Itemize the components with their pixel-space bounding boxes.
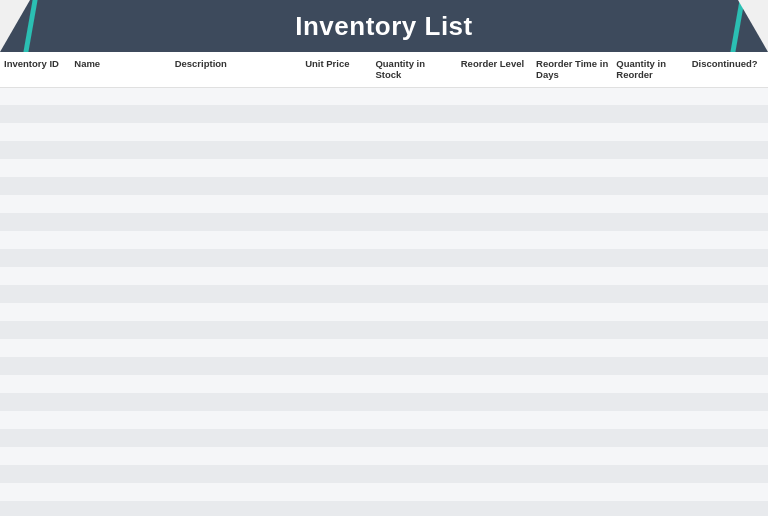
table-cell <box>688 249 768 267</box>
table-cell <box>612 321 687 339</box>
col-header-discontinued: Discontinued? <box>688 52 768 87</box>
table-cell <box>0 267 70 285</box>
table-cell <box>0 105 70 123</box>
table-cell <box>532 339 612 357</box>
table-cell <box>171 141 302 159</box>
table-cell <box>0 483 70 501</box>
table-cell <box>171 339 302 357</box>
table-cell <box>70 375 170 393</box>
table-cell <box>612 231 687 249</box>
table-cell <box>532 123 612 141</box>
table-cell <box>171 267 302 285</box>
table-cell <box>612 141 687 159</box>
table-row <box>0 501 768 516</box>
table-row <box>0 141 768 159</box>
table-cell <box>171 177 302 195</box>
table-cell <box>70 447 170 465</box>
table-row <box>0 105 768 123</box>
table-cell <box>301 321 371 339</box>
table-row <box>0 213 768 231</box>
table-cell <box>371 429 456 447</box>
table-cell <box>70 249 170 267</box>
table-row <box>0 87 768 105</box>
table-cell <box>70 159 170 177</box>
table-cell <box>532 285 612 303</box>
table-cell <box>371 141 456 159</box>
table-row <box>0 303 768 321</box>
col-header-unit-price: Unit Price <box>301 52 371 87</box>
table-cell <box>0 87 70 105</box>
table-cell <box>171 393 302 411</box>
header-accent-left <box>23 0 37 52</box>
table-cell <box>532 87 612 105</box>
table-cell <box>0 339 70 357</box>
table-cell <box>612 465 687 483</box>
table-cell <box>457 501 532 516</box>
table-cell <box>171 105 302 123</box>
table-cell <box>371 321 456 339</box>
table-cell <box>70 411 170 429</box>
col-header-reorder-time: Reorder Time in Days <box>532 52 612 87</box>
table-cell <box>301 249 371 267</box>
table-cell <box>371 285 456 303</box>
table-cell <box>171 285 302 303</box>
table-cell <box>301 501 371 516</box>
table-cell <box>457 285 532 303</box>
table-cell <box>457 339 532 357</box>
table-cell <box>0 357 70 375</box>
table-cell <box>0 177 70 195</box>
table-cell <box>457 447 532 465</box>
table-row <box>0 483 768 501</box>
table-cell <box>371 339 456 357</box>
table-cell <box>612 105 687 123</box>
table-cell <box>688 411 768 429</box>
table-cell <box>457 375 532 393</box>
table-cell <box>70 339 170 357</box>
table-cell <box>171 357 302 375</box>
table-row <box>0 321 768 339</box>
table-row <box>0 267 768 285</box>
table-cell <box>171 465 302 483</box>
table-cell <box>70 195 170 213</box>
table-cell <box>301 411 371 429</box>
table-cell <box>171 231 302 249</box>
table-cell <box>532 411 612 429</box>
table-cell <box>70 213 170 231</box>
table-cell <box>301 375 371 393</box>
page-header: Inventory List <box>0 0 768 52</box>
table-cell <box>171 429 302 447</box>
table-cell <box>457 321 532 339</box>
table-cell <box>457 429 532 447</box>
table-cell <box>688 231 768 249</box>
table-cell <box>0 213 70 231</box>
table-cell <box>301 177 371 195</box>
table-cell <box>301 393 371 411</box>
table-cell <box>457 177 532 195</box>
col-header-description: Description <box>171 52 302 87</box>
table-row <box>0 339 768 357</box>
table-row <box>0 465 768 483</box>
table-cell <box>688 285 768 303</box>
table-cell <box>301 429 371 447</box>
table-cell <box>171 159 302 177</box>
table-cell <box>301 159 371 177</box>
table-cell <box>688 393 768 411</box>
table-cell <box>688 303 768 321</box>
table-cell <box>70 123 170 141</box>
table-cell <box>612 195 687 213</box>
table-cell <box>371 483 456 501</box>
table-cell <box>688 159 768 177</box>
table-row <box>0 285 768 303</box>
table-cell <box>171 483 302 501</box>
table-cell <box>70 177 170 195</box>
table-cell <box>532 501 612 516</box>
table-cell <box>532 267 612 285</box>
col-header-quantity-in-reorder: Quantity in Reorder <box>612 52 687 87</box>
table-cell <box>0 195 70 213</box>
table-cell <box>171 87 302 105</box>
table-cell <box>301 213 371 231</box>
table-cell <box>301 87 371 105</box>
table-cell <box>301 357 371 375</box>
table-cell <box>301 141 371 159</box>
table-cell <box>371 375 456 393</box>
